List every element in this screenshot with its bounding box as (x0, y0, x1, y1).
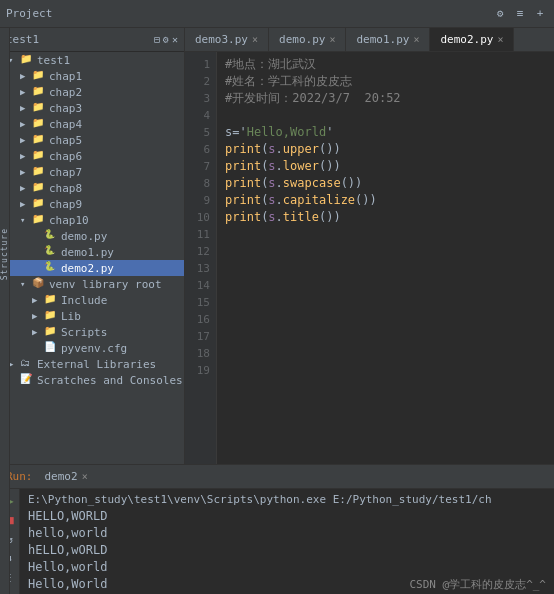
py-file-icon: 🐍 (44, 229, 58, 243)
tree-item-scripts[interactable]: ▶ 📁 Scripts (0, 324, 184, 340)
run-tab[interactable]: demo2 × (39, 470, 94, 483)
tab-close-icon[interactable]: × (413, 34, 419, 45)
line-number: 12 (185, 243, 210, 260)
code-line-19 (225, 362, 546, 379)
run-tab-label: demo2 (45, 470, 78, 483)
line-number: 1 (185, 56, 210, 73)
line-number: 14 (185, 277, 210, 294)
structure-label[interactable]: Structure (0, 228, 9, 280)
add-icon[interactable]: + (532, 6, 548, 22)
expand-arrow: ▾ (20, 279, 32, 289)
line-number: 5 (185, 124, 210, 141)
code-line-13 (225, 260, 546, 277)
tree-label: pyvenv.cfg (61, 342, 127, 355)
tree-item-chap6[interactable]: ▶ 📁 chap6 (0, 148, 184, 164)
tree-label: venv library root (49, 278, 162, 291)
line-numbers: 1 2 3 4 5 6 7 8 9 10 11 12 13 14 15 16 1… (185, 52, 217, 464)
tree-item-chap1[interactable]: ▶ 📁 chap1 (0, 68, 184, 84)
collapse-icon[interactable]: ⊟ (154, 34, 160, 45)
folder-icon: 📁 (32, 181, 46, 195)
tree-item-demo-py[interactable]: 🐍 demo.py (0, 228, 184, 244)
folder-icon: 📁 (44, 293, 58, 307)
tree-label: Lib (61, 310, 81, 323)
toolbar-icons: ⚙ ≡ + (492, 6, 548, 22)
code-line-11 (225, 226, 546, 243)
tab-close-icon[interactable]: × (497, 34, 503, 45)
tree-item-test1[interactable]: ▾ 📁 test1 (0, 52, 184, 68)
tree-label: demo2.py (61, 262, 114, 275)
line-number: 6 (185, 141, 210, 158)
expand-arrow: ▶ (20, 87, 32, 97)
tree-item-chap9[interactable]: ▶ 📁 chap9 (0, 196, 184, 212)
line-number: 4 (185, 107, 210, 124)
py-file-icon: 🐍 (44, 261, 58, 275)
tree-item-chap7[interactable]: ▶ 📁 chap7 (0, 164, 184, 180)
line-number: 11 (185, 226, 210, 243)
tree-label: Scripts (61, 326, 107, 339)
expand-arrow: ▶ (32, 311, 44, 321)
tree-label: demo.py (61, 230, 107, 243)
status-text: CSDN @学工科的皮皮志^_^ (409, 578, 546, 591)
line-number: 19 (185, 362, 210, 379)
tree-item-lib[interactable]: ▶ 📁 Lib (0, 308, 184, 324)
tree-item-pyvenv[interactable]: 📄 pyvenv.cfg (0, 340, 184, 356)
tree-item-scratches[interactable]: 📝 Scratches and Consoles (0, 372, 184, 388)
tree-item-ext-libs[interactable]: ▶ 🗂 External Libraries (0, 356, 184, 372)
code-line-1: #地点：湖北武汉 (225, 56, 546, 73)
output-command: E:\Python_study\test1\venv\Scripts\pytho… (28, 491, 546, 508)
line-number: 9 (185, 192, 210, 209)
folder-icon: 📁 (32, 101, 46, 115)
tree-item-demo2-py[interactable]: 🐍 demo2.py (0, 260, 184, 276)
run-tab-close[interactable]: × (82, 471, 88, 482)
tab-label: demo.py (279, 33, 325, 46)
tree-item-demo1-py[interactable]: 🐍 demo1.py (0, 244, 184, 260)
tree-label: External Libraries (37, 358, 156, 371)
tree-label: test1 (37, 54, 70, 67)
tree-item-chap8[interactable]: ▶ 📁 chap8 (0, 180, 184, 196)
status-bar: CSDN @学工科的皮皮志^_^ (401, 575, 554, 594)
code-line-8: print(s.swapcase()) (225, 175, 546, 192)
tab-close-icon[interactable]: × (329, 34, 335, 45)
code-line-10: print(s.title()) (225, 209, 546, 226)
top-toolbar: Project ⚙ ≡ + (0, 0, 554, 28)
tree-label: chap5 (49, 134, 82, 147)
code-line-18 (225, 345, 546, 362)
expand-arrow: ▶ (32, 295, 44, 305)
code-line-2: #姓名：学工科的皮皮志 (225, 73, 546, 90)
menu-icon[interactable]: ≡ (512, 6, 528, 22)
line-number: 2 (185, 73, 210, 90)
line-number: 17 (185, 328, 210, 345)
tree-item-include[interactable]: ▶ 📁 Include (0, 292, 184, 308)
tree-item-chap4[interactable]: ▶ 📁 chap4 (0, 116, 184, 132)
tab-demo2[interactable]: demo2.py × (430, 28, 514, 51)
settings-icon[interactable]: ⚙ (163, 34, 169, 45)
settings-icon[interactable]: ⚙ (492, 6, 508, 22)
editor-area: demo3.py × demo.py × demo1.py × demo2.py… (185, 28, 554, 464)
tree-item-chap10[interactable]: ▾ 📁 chap10 (0, 212, 184, 228)
tree-label: chap7 (49, 166, 82, 179)
tree-item-chap2[interactable]: ▶ 📁 chap2 (0, 84, 184, 100)
tree-item-chap5[interactable]: ▶ 📁 chap5 (0, 132, 184, 148)
tab-demo[interactable]: demo.py × (269, 28, 346, 51)
code-line-12 (225, 243, 546, 260)
code-content[interactable]: #地点：湖北武汉 #姓名：学工科的皮皮志 #开发时间：2022/3/7 20:5… (217, 52, 554, 464)
expand-arrow: ▶ (20, 151, 32, 161)
folder-icon: 📁 (44, 325, 58, 339)
line-number: 18 (185, 345, 210, 362)
expand-arrow: ▶ (20, 119, 32, 129)
tree-label: Include (61, 294, 107, 307)
code-line-5: s='Hello,World' (225, 124, 546, 141)
line-number: 15 (185, 294, 210, 311)
tree-item-venv[interactable]: ▾ 📦 venv library root (0, 276, 184, 292)
tab-demo1[interactable]: demo1.py × (346, 28, 430, 51)
tab-demo3[interactable]: demo3.py × (185, 28, 269, 51)
main-area: test1 ⊟ ⚙ ✕ ▾ 📁 test1 ▶ 📁 chap1 ▶ 📁 chap… (0, 28, 554, 464)
gear-icon[interactable]: ✕ (172, 34, 178, 45)
py-file-icon: 🐍 (44, 245, 58, 259)
expand-arrow: ▶ (32, 327, 44, 337)
tree-item-chap3[interactable]: ▶ 📁 chap3 (0, 100, 184, 116)
code-line-16 (225, 311, 546, 328)
code-line-7: print(s.lower()) (225, 158, 546, 175)
tab-close-icon[interactable]: × (252, 34, 258, 45)
sidebar: test1 ⊟ ⚙ ✕ ▾ 📁 test1 ▶ 📁 chap1 ▶ 📁 chap… (0, 28, 185, 464)
